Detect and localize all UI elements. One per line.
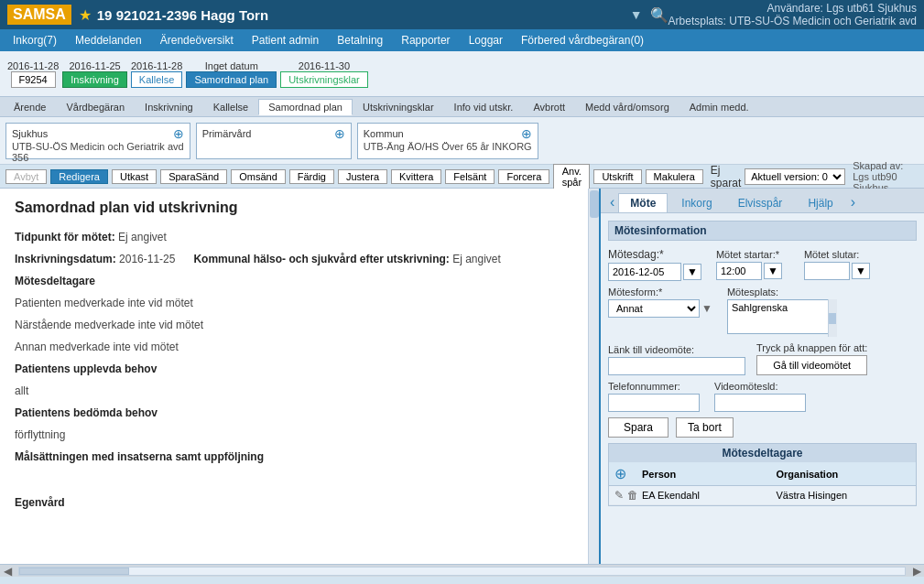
motesform-select[interactable]: Annat (608, 299, 700, 318)
motet-startar-dropdown-icon[interactable]: ▼ (764, 263, 782, 279)
search-icon[interactable]: 🔍 (650, 6, 669, 24)
bottom-scrollbar[interactable]: ◀ ▶ (0, 564, 924, 577)
action-sparasand-btn[interactable]: SparaSänd (160, 169, 227, 184)
deltagare-add-btn[interactable]: ⊕ (614, 465, 642, 482)
delete-icon[interactable]: 🗑 (627, 489, 638, 502)
action-anvspar-btn[interactable]: Anv. spår (553, 164, 590, 189)
action-redigera-btn[interactable]: Redigera (50, 169, 108, 184)
motesform-dropdown-icon[interactable]: ▼ (701, 302, 712, 315)
action-omsand-btn[interactable]: Omsänd (231, 169, 286, 184)
action-forcera-btn[interactable]: Forcera (498, 169, 549, 184)
tab-utskrivningsklar[interactable]: Utskrivningsklar (353, 99, 444, 115)
timeline-btn-samordnad[interactable]: Samordnad plan (186, 71, 277, 88)
deltagare-section: Mötesdeltagare ⊕ Person Organisation ✎ 🗑… (608, 443, 917, 506)
timeline-entry-4[interactable]: 2016-11-30 Utskrivningsklar (280, 60, 368, 88)
nav-bar: Inkorg(7) Meddelanden Ärendeöversikt Pat… (0, 29, 924, 51)
motet-startar-input[interactable] (716, 262, 762, 280)
tab-avbrott[interactable]: Avbrott (523, 99, 575, 115)
nav-arende[interactable]: Ärendeöversikt (151, 32, 243, 49)
motesdag-input[interactable] (608, 263, 681, 281)
org-add-kommun-btn[interactable]: ⊕ (521, 126, 532, 141)
motesplats-scrollbar-thumb (829, 313, 836, 324)
ga-till-videomote-btn[interactable]: Gå till videomötet (756, 355, 867, 375)
org-add-sjukhus-btn[interactable]: ⊕ (173, 126, 184, 141)
action-felsant-btn[interactable]: Felsänt (445, 169, 495, 184)
nav-rapporter[interactable]: Rapporter (392, 32, 459, 49)
scroll-right-btn[interactable]: ▶ (909, 565, 924, 578)
nav-patient[interactable]: Patient admin (243, 32, 328, 49)
nav-forbered[interactable]: Förbered vårdbegäran(0) (512, 32, 653, 49)
nav-loggar[interactable]: Loggar (460, 32, 512, 49)
doc-section-malsattning: Målsättningen med insatserna samt uppföl… (15, 450, 584, 463)
scrollbar-thumb[interactable] (590, 190, 599, 218)
tab-kallelse[interactable]: Kallelse (203, 99, 259, 115)
org-kommun-content: UTB-Äng ÄO/HS Över 65 år INKORG (364, 141, 532, 152)
right-tab-elvisspar[interactable]: Elvisspår (726, 193, 795, 212)
action-utkast-btn[interactable]: Utkast (112, 169, 157, 184)
action-fardig-btn[interactable]: Färdig (289, 169, 334, 184)
timeline-entry-0[interactable]: 2016-11-28 F9254 (7, 60, 59, 88)
timeline-btn-inskrivning[interactable]: Inskrivning (62, 71, 127, 88)
doc-section-patientens-behov: Patientens upplevda behov (15, 362, 584, 375)
spara-button[interactable]: Spara (608, 417, 669, 438)
timeline-entry-1[interactable]: 2016-11-25 Inskrivning (62, 60, 127, 88)
doc-section-tidpunkt: Tidpunkt för mötet: Ej angivet (15, 231, 584, 243)
doc-section-motesdeltagare: Mötesdeltagare (15, 275, 584, 287)
action-kvittera-btn[interactable]: Kvittera (391, 169, 441, 184)
motesplats-scrollbar[interactable] (828, 299, 837, 337)
motet-slutar-dropdown-icon[interactable]: ▼ (852, 263, 870, 279)
tab-samordnad[interactable]: Samordnad plan (258, 99, 353, 115)
action-makulera-btn[interactable]: Makulera (646, 169, 703, 184)
right-tab-inkorg[interactable]: Inkorg (669, 193, 723, 212)
motesdag-label: Mötesdag:* (608, 248, 701, 261)
ej-sparat-label: Ej sparat (711, 164, 741, 189)
header-title: 19 921021-2396 Hagg Torn (97, 7, 623, 23)
left-panel: Samordnad plan vid utskrivning Tidpunkt … (0, 189, 599, 564)
tab-adminmedd[interactable]: Admin medd. (679, 99, 759, 115)
doc-section-blank (15, 472, 584, 487)
right-tab-next-btn[interactable]: › (847, 192, 859, 212)
videoid-input[interactable] (714, 394, 806, 412)
nav-meddelanden[interactable]: Meddelanden (66, 32, 151, 49)
videoid-label: Videomötesld: (714, 381, 806, 392)
action-avbyt-btn[interactable]: Avbyt (5, 169, 47, 184)
tab-vardbegaran[interactable]: Vårdbegäran (56, 99, 135, 115)
motet-startar-col: Mötet startar:* ▼ (716, 249, 789, 280)
timeline-btn-utskrivningsklar[interactable]: Utskrivningsklar (280, 71, 368, 88)
timeline-btn-kallelse[interactable]: Kallelse (131, 71, 183, 88)
telefon-col: Telefonnummer: (608, 381, 700, 412)
hscroll-track[interactable] (18, 567, 906, 576)
telefon-input[interactable] (608, 394, 700, 412)
org-add-primarvard-btn[interactable]: ⊕ (334, 126, 345, 141)
doc-section-forflytt: förflyttning (15, 428, 584, 441)
right-tab-hjalp[interactable]: Hjälp (796, 193, 844, 212)
deltagare-table-header: ⊕ Person Organisation (609, 462, 916, 486)
video-link-input[interactable] (608, 357, 745, 375)
right-tab-mote[interactable]: Möte (618, 193, 668, 212)
tab-inskrivning[interactable]: Inskrivning (135, 99, 203, 115)
spara-tarbort-row: Spara Ta bort (608, 417, 917, 438)
dropdown-arrow-icon[interactable]: ▼ (630, 7, 643, 22)
org-sjukhus-content: UTB-SU-ÖS Medicin och Geriatrik avd356 (12, 141, 184, 163)
timeline-entry-2[interactable]: 2016-11-28 Kallelse (131, 60, 183, 88)
edit-icon[interactable]: ✎ (614, 489, 624, 502)
timeline-btn-f9254[interactable]: F9254 (11, 71, 56, 88)
action-justera-btn[interactable]: Justera (338, 169, 387, 184)
action-utskrift-btn[interactable]: Utskrift (593, 169, 641, 184)
ta-bort-button[interactable]: Ta bort (676, 417, 734, 438)
timeline-entry-3[interactable]: Inget datum Samordnad plan (186, 60, 277, 88)
right-tab-prev-btn[interactable]: ‹ (606, 192, 618, 212)
nav-inkorg[interactable]: Inkorg(7) (4, 32, 66, 49)
scroll-left-btn[interactable]: ◀ (0, 565, 15, 578)
org-bar: Sjukhus ⊕ UTB-SU-ÖS Medicin och Geriatri… (0, 117, 924, 165)
hscroll-thumb[interactable] (19, 568, 129, 575)
tab-arende[interactable]: Ärende (4, 99, 56, 115)
motesdag-dropdown-icon[interactable]: ▼ (683, 264, 701, 280)
tab-meddvard[interactable]: Medd vård/omsorg (575, 99, 679, 115)
version-select[interactable]: Aktuell version: 0 (745, 168, 845, 185)
motesplats-input[interactable]: Sahlgrenska (727, 299, 837, 334)
tab-info[interactable]: Info vid utskr. (444, 99, 524, 115)
scrollbar[interactable] (588, 189, 599, 564)
nav-betalning[interactable]: Betalning (328, 32, 392, 49)
motet-slutar-input[interactable] (804, 262, 850, 280)
